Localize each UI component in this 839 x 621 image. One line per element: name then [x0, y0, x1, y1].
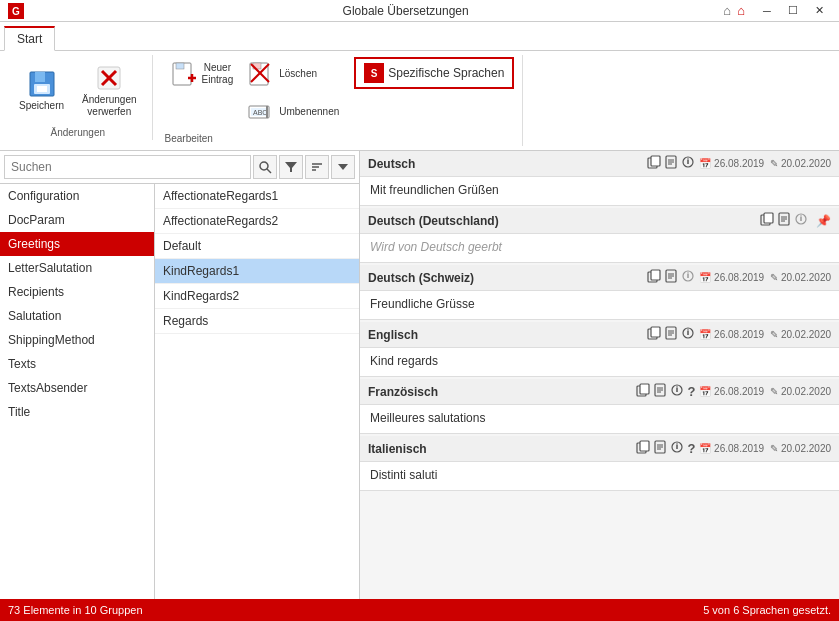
ribbon-group-changes: Speichern Änderungen verwerfen Änderunge…	[8, 55, 153, 140]
discard-button[interactable]: Änderungen verwerfen	[75, 57, 144, 123]
new-button[interactable]: Neuer Eintrag	[165, 57, 239, 91]
file-icon[interactable]	[664, 155, 678, 172]
sort-icon	[310, 160, 324, 174]
save-button[interactable]: Speichern	[12, 63, 71, 117]
copy-icon[interactable]	[647, 155, 661, 172]
lang-name-englisch: Englisch	[368, 328, 643, 342]
date-created: 📅 26.08.2019	[699, 329, 764, 340]
info-icon[interactable]	[670, 440, 684, 457]
info-icon[interactable]	[681, 326, 695, 343]
question-icon[interactable]: ?	[687, 384, 695, 399]
title-bar: G Globale Übersetzungen ⌂ ⌂ ─ ☐ ✕	[0, 0, 839, 22]
info-icon[interactable]	[681, 269, 695, 286]
category-item-configuration[interactable]: Configuration	[0, 184, 154, 208]
minimize-button[interactable]: ─	[755, 2, 779, 20]
entry-item-regards[interactable]: Regards	[155, 309, 359, 334]
entry-item-affectionateregards1[interactable]: AffectionateRegards1	[155, 184, 359, 209]
svg-rect-20	[266, 106, 268, 118]
info-icon[interactable]	[670, 383, 684, 400]
ribbon: Start Speichern	[0, 22, 839, 151]
lang-header-englisch: Englisch📅 26.08.2019✎ 20.02.2020	[360, 322, 839, 348]
lang-dates-englisch: 📅 26.08.2019✎ 20.02.2020	[699, 329, 831, 340]
entry-item-kindregards2[interactable]: KindRegards2	[155, 284, 359, 309]
entry-item-default[interactable]: Default	[155, 234, 359, 259]
svg-text:S: S	[371, 68, 378, 79]
search-button[interactable]	[253, 155, 277, 179]
chevron-down-icon	[336, 160, 350, 174]
category-item-title[interactable]: Title	[0, 400, 154, 424]
entry-item-kindregards1[interactable]: KindRegards1	[155, 259, 359, 284]
info-icon[interactable]	[681, 155, 695, 172]
lang-content-franzoesisch[interactable]: Meilleures salutations	[360, 405, 839, 433]
delete-button[interactable]: Löschen	[242, 57, 344, 91]
rename-button[interactable]: ABC Umbenennen	[242, 95, 344, 129]
lang-section-franzoesisch: Französisch?📅 26.08.2019✎ 20.02.2020Meil…	[360, 379, 839, 434]
new-label: Neuer Eintrag	[202, 62, 234, 86]
copy-icon[interactable]	[647, 326, 661, 343]
app-icon: G	[8, 3, 24, 19]
lang-content-deutsch-schweiz[interactable]: Freundliche Grüsse	[360, 291, 839, 319]
nav-forward-icon: ⌂	[737, 3, 745, 18]
svg-text:ABC: ABC	[253, 109, 267, 116]
lang-dates-franzoesisch: 📅 26.08.2019✎ 20.02.2020	[699, 386, 831, 397]
lang-section-italienisch: Italienisch?📅 26.08.2019✎ 20.02.2020Dist…	[360, 436, 839, 491]
file-icon[interactable]	[653, 440, 667, 457]
lang-icons-franzoesisch: ?	[636, 383, 695, 400]
category-item-textsabsender[interactable]: TextsAbsender	[0, 376, 154, 400]
date-created: 📅 26.08.2019	[699, 443, 764, 454]
pin-icon[interactable]: 📌	[816, 214, 831, 228]
svg-text:G: G	[12, 6, 20, 17]
inherit-icon[interactable]	[794, 212, 808, 229]
entry-list: AffectionateRegards1AffectionateRegards2…	[155, 184, 359, 599]
maximize-button[interactable]: ☐	[781, 2, 805, 20]
file-icon[interactable]	[777, 212, 791, 229]
search-input[interactable]	[4, 155, 251, 179]
lang-header-franzoesisch: Französisch?📅 26.08.2019✎ 20.02.2020	[360, 379, 839, 405]
search-icon	[258, 160, 272, 174]
entry-item-affectionateregards2[interactable]: AffectionateRegards2	[155, 209, 359, 234]
right-panel: Deutsch📅 26.08.2019✎ 20.02.2020Mit freun…	[360, 151, 839, 599]
spez-sprachen-button[interactable]: S Spezifische Sprachen	[354, 57, 514, 89]
lang-name-deutsch: Deutsch	[368, 157, 643, 171]
file-icon[interactable]	[664, 326, 678, 343]
edit-group-label: Bearbeiten	[165, 133, 213, 144]
sort-button[interactable]	[305, 155, 329, 179]
category-item-texts[interactable]: Texts	[0, 352, 154, 376]
svg-rect-40	[764, 213, 773, 223]
filter-button[interactable]	[279, 155, 303, 179]
file-icon[interactable]	[653, 383, 667, 400]
lang-content-italienisch[interactable]: Distinti saluti	[360, 462, 839, 490]
save-label: Speichern	[19, 100, 64, 112]
lang-dates-deutsch: 📅 26.08.2019✎ 20.02.2020	[699, 158, 831, 169]
lang-content-englisch[interactable]: Kind regards	[360, 348, 839, 376]
category-item-shippingmethod[interactable]: ShippingMethod	[0, 328, 154, 352]
copy-icon[interactable]	[647, 269, 661, 286]
copy-icon[interactable]	[636, 440, 650, 457]
close-button[interactable]: ✕	[807, 2, 831, 20]
lang-name-deutsch-schweiz: Deutsch (Schweiz)	[368, 271, 643, 285]
lang-icons-deutsch	[647, 155, 695, 172]
delete-label: Löschen	[279, 68, 317, 80]
file-icon[interactable]	[664, 269, 678, 286]
copy-icon[interactable]	[760, 212, 774, 229]
svg-point-65	[688, 329, 690, 331]
category-item-docparam[interactable]: DocParam	[0, 208, 154, 232]
category-item-lettersalutation[interactable]: LetterSalutation	[0, 256, 154, 280]
status-right: 5 von 6 Sprachen gesetzt.	[703, 604, 831, 616]
discard-icon	[93, 62, 125, 94]
question-icon[interactable]: ?	[687, 441, 695, 456]
lang-name-italienisch: Italienisch	[368, 442, 632, 456]
category-item-greetings[interactable]: Greetings	[0, 232, 154, 256]
category-item-salutation[interactable]: Salutation	[0, 304, 154, 328]
tab-start[interactable]: Start	[4, 26, 55, 51]
lang-content-deutsch-deutschland: Wird von Deutsch geerbt	[360, 234, 839, 262]
lang-content-deutsch[interactable]: Mit freundlichen Grüßen	[360, 177, 839, 205]
category-item-recipients[interactable]: Recipients	[0, 280, 154, 304]
ribbon-tabs: Start	[0, 22, 839, 50]
copy-icon[interactable]	[636, 383, 650, 400]
expand-button[interactable]	[331, 155, 355, 179]
svg-rect-49	[651, 270, 660, 280]
nav-back-icon: ⌂	[723, 3, 731, 18]
svg-rect-5	[37, 86, 47, 92]
discard-label: Änderungen verwerfen	[82, 94, 137, 118]
